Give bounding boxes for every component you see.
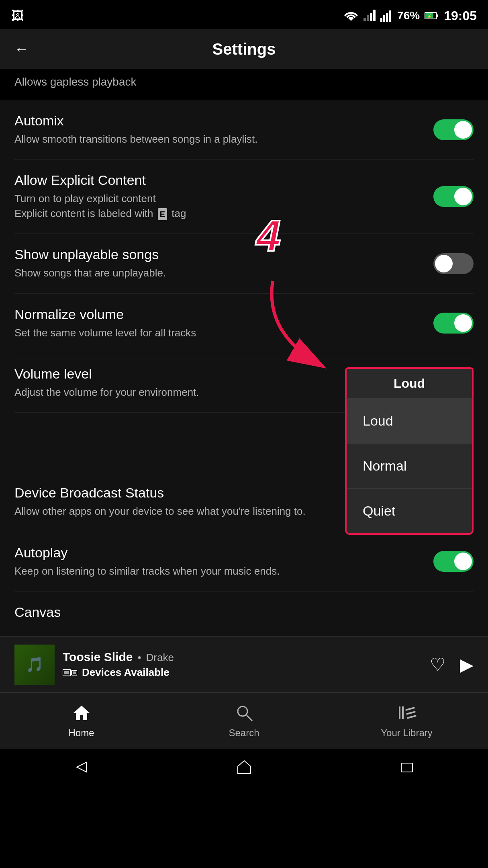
volume-level-text: Volume level Adjust the volume for your …	[14, 366, 345, 399]
time: 19:05	[444, 8, 477, 23]
autoplay-toggle-thumb	[454, 553, 472, 570]
system-nav	[0, 749, 488, 789]
battery-level: 76%	[397, 9, 420, 22]
svg-marker-2	[370, 13, 372, 21]
track-device: Devices Available	[63, 666, 430, 679]
dropdown-normal-label: Normal	[363, 458, 407, 473]
svg-rect-19	[399, 706, 400, 719]
home-icon	[72, 703, 91, 724]
page-title: Settings	[39, 40, 449, 58]
svg-marker-1	[367, 15, 369, 21]
now-playing-controls: ♡ ▶	[430, 654, 474, 675]
setting-autoplay: Autoplay Keep on listening to similar tr…	[14, 532, 474, 592]
autoplay-toggle[interactable]	[433, 551, 474, 572]
nav-search[interactable]: Search	[163, 703, 325, 739]
header: ← Settings	[0, 29, 488, 69]
setting-unplayable: Show unplayable songs Show songs that ar…	[14, 234, 474, 293]
canvas-title: Canvas	[14, 604, 466, 620]
explicit-title: Allow Explicit Content	[14, 172, 425, 188]
unplayable-title: Show unplayable songs	[14, 247, 425, 262]
volume-level-desc: Adjust the volume for your environment.	[14, 385, 337, 399]
automix-text: Automix Allow smooth transitions between…	[14, 113, 433, 146]
explicit-toggle-thumb	[454, 188, 472, 205]
svg-rect-7	[389, 10, 391, 22]
setting-volume-level: Volume level Adjust the volume for your …	[14, 353, 474, 413]
device-connect-icon	[63, 668, 77, 678]
svg-marker-3	[373, 10, 376, 21]
autoplay-text: Autoplay Keep on listening to similar tr…	[14, 545, 433, 578]
setting-automix: Automix Allow smooth transitions between…	[14, 100, 474, 160]
e-tag: E	[158, 208, 167, 220]
status-bar: 🖼 76% ⚡ 19:05	[0, 0, 488, 29]
settings-list: Automix Allow smooth transitions between…	[0, 100, 488, 636]
automix-desc: Allow smooth transitions between songs i…	[14, 132, 425, 146]
recents-system-button[interactable]	[399, 759, 415, 779]
dropdown-container: Loud Loud Normal Quiet	[345, 367, 474, 398]
svg-rect-4	[380, 18, 382, 22]
status-left: 🖼	[11, 8, 24, 23]
svg-marker-24	[77, 762, 86, 772]
svg-point-17	[238, 706, 247, 716]
setting-explicit: Allow Explicit Content Turn on to play e…	[14, 160, 474, 234]
normalize-title: Normalize volume	[14, 307, 425, 322]
svg-rect-21	[405, 707, 414, 711]
track-separator: •	[137, 651, 141, 664]
dropdown-loud-label: Loud	[363, 413, 393, 428]
photo-icon: 🖼	[11, 8, 24, 23]
dropdown-option-normal[interactable]: Normal	[347, 444, 472, 489]
volume-level-title: Volume level	[14, 366, 337, 382]
home-system-button[interactable]	[236, 759, 252, 779]
explicit-toggle[interactable]	[433, 186, 474, 207]
wifi-icon	[343, 10, 359, 22]
unplayable-toggle-thumb	[435, 255, 453, 272]
autoplay-title: Autoplay	[14, 545, 425, 561]
svg-line-18	[247, 715, 252, 721]
partial-setting-gapless: Allows gapless playback	[0, 69, 488, 100]
track-artist: Drake	[146, 651, 174, 664]
automix-toggle[interactable]	[433, 119, 474, 140]
normalize-toggle[interactable]	[433, 313, 474, 334]
automix-title: Automix	[14, 113, 425, 129]
battery-icon: ⚡	[425, 12, 439, 20]
autoplay-desc: Keep on listening to similar tracks when…	[14, 564, 425, 578]
track-info[interactable]: Toosie Slide • Drake Devices Available	[63, 650, 430, 679]
library-label: Your Library	[381, 727, 433, 739]
search-label: Search	[229, 727, 259, 739]
setting-normalize: Normalize volume Set the same volume lev…	[14, 294, 474, 353]
search-icon	[235, 703, 254, 724]
normalize-toggle-thumb	[454, 314, 472, 332]
svg-text:⚡: ⚡	[427, 14, 432, 19]
svg-rect-5	[383, 15, 385, 22]
device-text: Devices Available	[82, 666, 169, 679]
dropdown-quiet-label: Quiet	[363, 503, 395, 518]
nav-home[interactable]: Home	[0, 703, 163, 739]
status-right: 76% ⚡ 19:05	[343, 8, 477, 23]
gapless-text: Allows gapless playback	[14, 76, 137, 88]
unplayable-desc: Show songs that are unplayable.	[14, 266, 425, 280]
back-button[interactable]: ←	[14, 41, 29, 57]
bars-icon	[380, 10, 392, 22]
svg-rect-9	[437, 14, 438, 17]
dropdown-selected-label: Loud	[394, 376, 425, 391]
play-button[interactable]: ▶	[460, 654, 474, 675]
back-system-button[interactable]	[74, 759, 90, 779]
now-playing-bar: 🎵 Toosie Slide • Drake Devices Available…	[0, 636, 488, 692]
volume-dropdown-selected[interactable]: Loud	[345, 367, 474, 398]
svg-rect-20	[402, 706, 404, 719]
svg-rect-22	[406, 711, 415, 715]
library-icon	[397, 703, 417, 724]
dropdown-option-loud[interactable]: Loud	[347, 399, 472, 444]
heart-button[interactable]: ♡	[430, 654, 445, 675]
svg-rect-14	[64, 671, 69, 674]
unplayable-text: Show unplayable songs Show songs that ar…	[14, 247, 433, 280]
svg-rect-16	[73, 671, 76, 674]
explicit-desc: Turn on to play explicit content Explici…	[14, 191, 425, 221]
nav-library[interactable]: Your Library	[325, 703, 488, 739]
svg-rect-6	[386, 13, 388, 22]
dropdown-option-quiet[interactable]: Quiet	[347, 489, 472, 533]
unplayable-toggle[interactable]	[433, 253, 474, 274]
volume-dropdown-popup: Loud Normal Quiet	[345, 398, 474, 535]
setting-canvas: Canvas	[14, 592, 474, 636]
album-art: 🎵	[14, 645, 55, 685]
svg-marker-0	[363, 18, 366, 21]
